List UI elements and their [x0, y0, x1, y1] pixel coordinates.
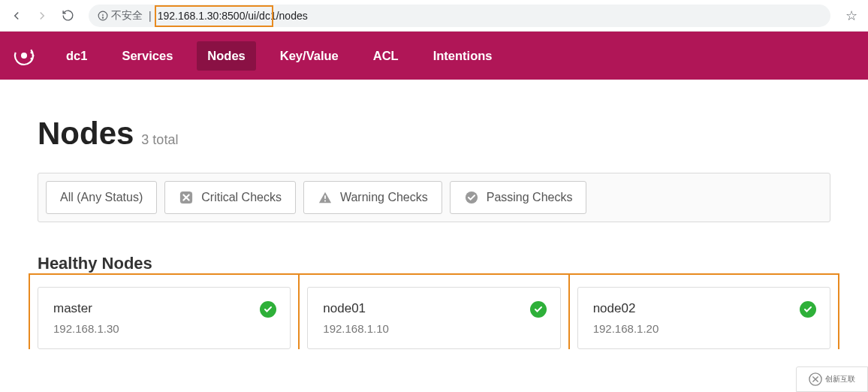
svg-point-6: [32, 55, 35, 57]
node-card[interactable]: node01 192.168.1.10: [307, 287, 560, 349]
node-grid: master 192.168.1.30 node01 192.168.1.10 …: [38, 287, 830, 349]
svg-rect-10: [324, 201, 326, 202]
security-label: 不安全: [111, 9, 143, 23]
consul-logo-icon[interactable]: [14, 45, 35, 66]
filter-all-label: All (Any Status): [60, 191, 143, 204]
critical-icon: [179, 190, 194, 205]
page-title: Nodes: [38, 116, 134, 152]
node-ip: 192.168.1.20: [593, 322, 815, 335]
nav-nodes[interactable]: Nodes: [197, 41, 255, 71]
nav-services[interactable]: Services: [111, 41, 183, 71]
passing-icon: [464, 190, 479, 205]
back-button[interactable]: [6, 5, 27, 26]
node-item: node02 192.168.1.20: [577, 287, 830, 349]
svg-rect-9: [324, 195, 326, 199]
url-host-highlight: 192.168.1.30:8500/ui/dc: [158, 8, 270, 23]
filter-warning[interactable]: Warning Checks: [303, 181, 442, 214]
svg-point-4: [21, 53, 27, 59]
filter-passing-label: Passing Checks: [487, 191, 573, 204]
node-name: node01: [323, 301, 544, 316]
node-item: node01 192.168.1.10: [307, 287, 560, 349]
filter-warning-label: Warning Checks: [340, 191, 428, 204]
nav-keyvalue[interactable]: Key/Value: [270, 41, 349, 71]
nav-intentions[interactable]: Intentions: [423, 41, 503, 71]
page-title-row: Nodes 3 total: [38, 116, 830, 152]
node-name: master: [53, 301, 275, 316]
node-name: node02: [593, 301, 815, 316]
url-path-b: 1/nodes: [270, 10, 308, 22]
node-card[interactable]: master 192.168.1.30: [38, 287, 291, 349]
node-item: master 192.168.1.30: [38, 287, 291, 349]
url-separator: |: [149, 10, 152, 22]
browser-toolbar: 不安全 | 192.168.1.30:8500/ui/dc 1/nodes ☆: [0, 0, 868, 32]
filter-critical-label: Critical Checks: [201, 191, 282, 204]
page-count: 3 total: [141, 132, 178, 148]
status-passing-icon: [530, 301, 547, 318]
app-header: dc1 Services Nodes Key/Value ACL Intenti…: [0, 32, 868, 80]
nav-acl[interactable]: ACL: [363, 41, 409, 71]
datacenter-selector[interactable]: dc1: [56, 41, 98, 71]
node-ip: 192.168.1.10: [323, 322, 544, 335]
page-body: Nodes 3 total All (Any Status) Critical …: [0, 80, 868, 349]
svg-point-2: [102, 17, 103, 18]
reload-button[interactable]: [57, 5, 78, 26]
filter-critical[interactable]: Critical Checks: [164, 181, 296, 214]
filter-all[interactable]: All (Any Status): [46, 181, 157, 214]
warning-icon: [318, 190, 333, 205]
node-ip: 192.168.1.30: [53, 322, 275, 335]
bookmark-star-icon[interactable]: ☆: [841, 8, 862, 24]
section-healthy-heading: Healthy Nodes: [38, 254, 830, 273]
filter-bar: All (Any Status) Critical Checks Warning…: [38, 173, 830, 222]
svg-point-5: [31, 52, 33, 54]
filter-passing[interactable]: Passing Checks: [450, 181, 587, 214]
node-card[interactable]: node02 192.168.1.20: [577, 287, 830, 349]
address-bar[interactable]: 不安全 | 192.168.1.30:8500/ui/dc 1/nodes: [89, 5, 830, 27]
security-indicator: 不安全: [98, 9, 143, 23]
status-passing-icon: [800, 301, 816, 318]
svg-point-7: [31, 58, 33, 60]
forward-button[interactable]: [32, 5, 53, 26]
